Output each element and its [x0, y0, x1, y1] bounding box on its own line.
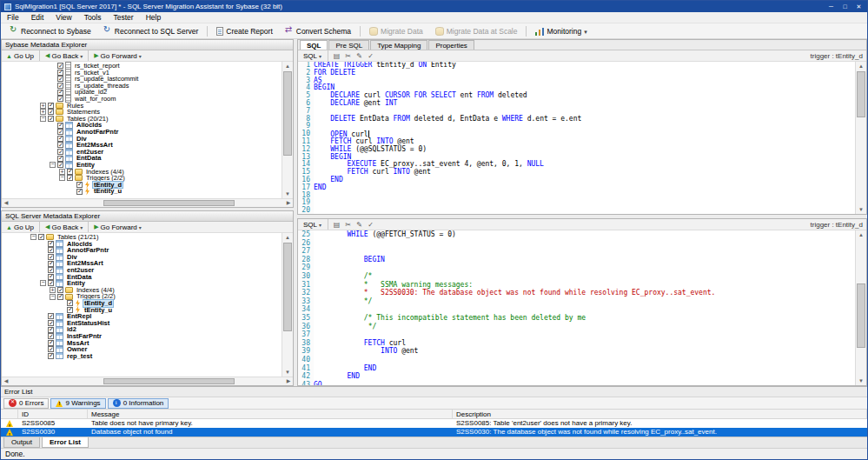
sybase-item-annotfarpntr[interactable]: AnnotFarPntr [2, 129, 282, 136]
tab-error-list[interactable]: Error List [42, 437, 89, 448]
checkbox[interactable] [48, 313, 54, 319]
checkbox[interactable] [48, 333, 54, 339]
sqlserver-item-entity[interactable]: Entity [2, 280, 282, 287]
checkbox[interactable] [57, 123, 63, 129]
checkbox[interactable] [48, 261, 54, 267]
checkbox[interactable] [67, 175, 73, 181]
monitoring-button[interactable]: Monitoring [530, 24, 592, 37]
sqlserver-go-forward-button[interactable]: Go Forward [91, 222, 144, 232]
sqlserver-item-id2[interactable]: id2 [2, 326, 282, 333]
sqlserver-tree-vscrollbar[interactable] [282, 233, 293, 377]
checkbox[interactable] [57, 142, 63, 148]
save-button[interactable] [331, 50, 342, 61]
checkbox[interactable] [57, 76, 63, 82]
scroll-up-arrow-icon[interactable] [282, 233, 293, 242]
sqlserver-go-up-button[interactable]: Go Up [3, 222, 36, 232]
checkbox[interactable] [57, 90, 63, 96]
checkbox[interactable] [48, 346, 54, 352]
target-editor-vscrollbar[interactable] [855, 230, 866, 385]
checkbox[interactable] [76, 182, 83, 188]
menu-tools[interactable]: Tools [78, 13, 108, 22]
sybase-item-div[interactable]: Div [2, 136, 282, 143]
tab-type-mapping[interactable]: Type Mapping [370, 40, 427, 50]
scrollbar-thumb[interactable] [283, 71, 292, 156]
reconnect-to-sybase-button[interactable]: Reconnect to Sybase [4, 24, 96, 37]
checkbox[interactable] [67, 307, 73, 313]
checkbox[interactable] [48, 103, 54, 109]
filter-9-warnings-button[interactable]: 9 Warnings [50, 398, 105, 409]
expander-icon[interactable] [50, 287, 56, 293]
sqlserver-item-owner[interactable]: Owner [2, 346, 282, 353]
validate-button[interactable] [365, 219, 376, 230]
sqlserver-tree[interactable]: Tables (21/21)AllocIdsAnnotFarPntrDivEnt… [2, 233, 282, 377]
sybase-item-ent2user[interactable]: ent2user [2, 149, 282, 156]
checkbox[interactable] [67, 169, 73, 175]
sqlserver-item-entstatushist[interactable]: EntStatusHist [2, 320, 282, 327]
expander-icon[interactable] [30, 234, 36, 240]
scrollbar-thumb[interactable] [103, 200, 235, 206]
sybase-tree[interactable]: rs_ticket_reportrs_ticket_v1rs_update_la… [2, 62, 282, 198]
scroll-down-arrow-icon[interactable] [282, 190, 293, 198]
checkbox[interactable] [48, 241, 54, 247]
copy-button[interactable] [354, 50, 365, 61]
close-button[interactable] [852, 2, 865, 11]
reconnect-to-sql-server-button[interactable]: Reconnect to SQL Server [98, 24, 204, 37]
column-header-description[interactable]: Description [453, 410, 867, 418]
sqlserver-item-tables-21-21[interactable]: Tables (21/21) [2, 234, 282, 241]
sybase-go-up-button[interactable]: Go Up [3, 50, 36, 61]
scroll-down-arrow-icon[interactable] [282, 368, 293, 377]
sybase-item-triggers-2-2[interactable]: Triggers (2/2) [2, 175, 282, 182]
sybase-item-rs-update-lastcommit[interactable]: rs_update_lastcommit [2, 76, 282, 83]
menu-help[interactable]: Help [140, 13, 167, 22]
convert-schema-button[interactable]: Convert Schema [280, 24, 356, 37]
sybase-tree-hscrollbar[interactable] [2, 198, 293, 207]
checkbox[interactable] [57, 287, 63, 293]
target-sql-mode-button[interactable]: SQL [300, 219, 325, 230]
scrollbar-thumb[interactable] [103, 378, 235, 384]
scroll-right-arrow-icon[interactable] [284, 377, 293, 385]
copy-button[interactable] [354, 219, 365, 230]
tab-properties[interactable]: Properties [428, 40, 474, 50]
checkbox[interactable] [48, 116, 54, 122]
sybase-item-tables-20-21[interactable]: Tables (20/21) [2, 116, 282, 123]
scroll-down-arrow-icon[interactable] [856, 205, 866, 214]
checkbox[interactable] [57, 136, 63, 142]
sqlserver-item-annotfarpntr[interactable]: AnnotFarPntr [2, 247, 282, 254]
filter-0-information-button[interactable]: 0 Information [108, 398, 169, 409]
sqlserver-item-instfarpntr[interactable]: InstFarPntr [2, 333, 282, 340]
sybase-tree-vscrollbar[interactable] [282, 62, 293, 198]
sybase-item-indexes-4-4[interactable]: Indexes (4/4) [2, 169, 282, 176]
sybase-item-rs-ticket-v1[interactable]: rs_ticket_v1 [2, 70, 282, 77]
checkbox[interactable] [57, 156, 63, 162]
sqlserver-item-mssart[interactable]: MssArt [2, 340, 282, 347]
sybase-item-wait-for-room[interactable]: wait_for_room [2, 96, 282, 103]
column-header-message[interactable]: Message [88, 410, 453, 418]
sqlserver-item-tentity-d[interactable]: tEntity_d [2, 300, 282, 307]
checkbox[interactable] [48, 254, 54, 260]
sqlserver-item-triggers-2-2[interactable]: Triggers (2/2) [2, 293, 282, 300]
scrollbar-thumb[interactable] [857, 71, 865, 117]
tab-sql[interactable]: SQL [300, 40, 328, 50]
checkbox[interactable] [57, 149, 63, 155]
expander-icon[interactable] [59, 175, 65, 181]
cut-button[interactable] [342, 50, 354, 61]
source-sql-mode-button[interactable]: SQL [300, 50, 325, 61]
sybase-go-back-button[interactable]: Go Back [43, 50, 85, 61]
checkbox[interactable] [48, 274, 54, 280]
sqlserver-item-div[interactable]: Div [2, 254, 282, 261]
sqlserver-item-ent2user[interactable]: ent2user [2, 267, 282, 274]
checkbox[interactable] [57, 294, 63, 300]
checkbox[interactable] [57, 70, 63, 76]
checkbox[interactable] [76, 189, 83, 195]
scroll-down-arrow-icon[interactable] [856, 377, 866, 385]
filter-0-errors-button[interactable]: 0 Errors [3, 398, 49, 409]
sqlserver-item-indexes-4-4[interactable]: Indexes (4/4) [2, 287, 282, 294]
scroll-right-arrow-icon[interactable] [284, 199, 293, 207]
scrollbar-thumb[interactable] [857, 283, 865, 349]
checkbox[interactable] [48, 340, 54, 346]
sqlserver-tree-hscrollbar[interactable] [2, 377, 293, 385]
checkbox[interactable] [57, 129, 63, 135]
menu-tester[interactable]: Tester [107, 13, 139, 22]
source-code-area[interactable]: 1CREATE TRIGGER tEntity_d ON Entity2FOR … [298, 62, 855, 214]
menu-file[interactable]: File [1, 13, 25, 22]
